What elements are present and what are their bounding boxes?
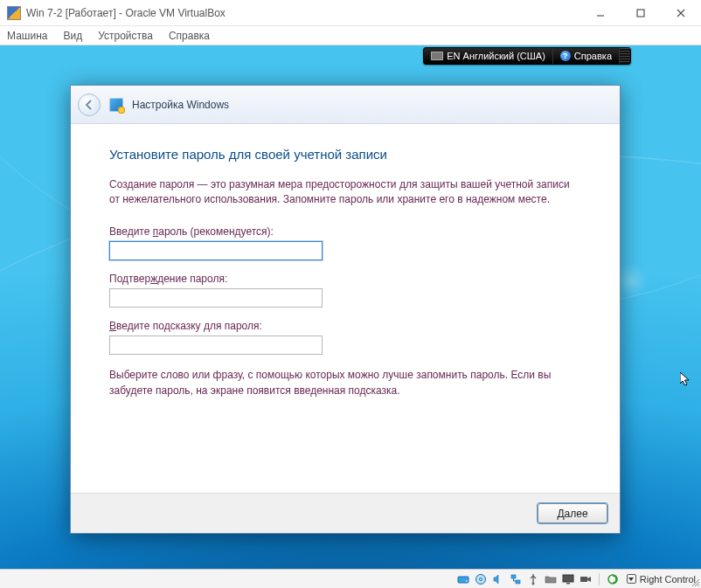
- svg-rect-13: [580, 577, 587, 582]
- page-title: Установите пароль для своей учетной запи…: [109, 147, 581, 162]
- next-button[interactable]: Далее: [538, 503, 607, 523]
- password-hint-label: Введите подсказку для пароля:: [109, 320, 581, 332]
- wizard-header-title: Настройка Windows: [132, 99, 229, 111]
- cursor-icon: [680, 372, 691, 388]
- maximize-button[interactable]: [621, 0, 661, 26]
- window-title: Win 7-2 [Работает] - Oracle VM VirtualBo…: [26, 7, 580, 19]
- menu-machine[interactable]: Машина: [7, 30, 47, 42]
- svg-rect-11: [563, 575, 573, 582]
- svg-rect-1: [637, 10, 644, 17]
- virtualbox-titlebar: Win 7-2 [Работает] - Oracle VM VirtualBo…: [0, 0, 701, 26]
- setup-topbar[interactable]: EN Английский (США) ? Справка: [423, 47, 631, 65]
- back-button[interactable]: [78, 93, 101, 116]
- resize-grip[interactable]: [691, 578, 699, 586]
- shared-folders-icon[interactable]: [544, 572, 558, 586]
- menu-help[interactable]: Справка: [169, 30, 210, 42]
- network-icon[interactable]: [509, 572, 523, 586]
- virtualbox-statusbar: Right Control: [0, 569, 701, 588]
- language-selector[interactable]: EN Английский (США): [424, 48, 553, 64]
- svg-rect-9: [516, 580, 520, 584]
- audio-icon[interactable]: [491, 572, 505, 586]
- guest-desktop: EN Английский (США) ? Справка Настройка …: [0, 45, 701, 569]
- confirm-password-input[interactable]: [109, 288, 323, 308]
- password-label: Введите пароль (рекомендуется):: [109, 225, 581, 238]
- language-label: EN Английский (США): [447, 51, 545, 61]
- setup-windows-icon: [109, 98, 123, 112]
- minimize-button[interactable]: [580, 0, 621, 26]
- optical-disk-icon[interactable]: [474, 572, 488, 586]
- topbar-grip[interactable]: [620, 48, 630, 64]
- setup-wizard-window: Настройка Windows Установите пароль для …: [70, 85, 621, 534]
- keyboard-icon: [431, 52, 443, 60]
- password-input[interactable]: [109, 241, 323, 260]
- virtualbox-menubar: Машина Вид Устройства Справка: [0, 26, 701, 45]
- close-button[interactable]: [661, 0, 701, 26]
- statusbar-separator: [599, 573, 600, 585]
- svg-rect-8: [511, 575, 516, 578]
- recording-icon[interactable]: [579, 572, 593, 586]
- wizard-footer: Далее: [71, 493, 620, 533]
- wizard-body: Установите пароль для своей учетной запи…: [71, 124, 620, 493]
- menu-devices[interactable]: Устройства: [98, 30, 153, 42]
- svg-point-7: [479, 578, 482, 580]
- svg-rect-12: [566, 583, 570, 585]
- usb-icon[interactable]: [526, 572, 540, 586]
- hard-disk-icon[interactable]: [456, 572, 470, 586]
- virtualbox-icon: [7, 6, 21, 20]
- svg-point-10: [531, 582, 534, 585]
- help-label: Справка: [574, 51, 612, 61]
- guest-additions-icon[interactable]: [606, 572, 620, 586]
- help-icon: ?: [560, 51, 571, 61]
- confirm-password-label: Подтверждение пароля:: [109, 273, 581, 285]
- menu-view[interactable]: Вид: [63, 30, 82, 42]
- page-description: Создание пароля — это разумная мера пред…: [109, 177, 581, 208]
- svg-point-5: [466, 580, 468, 582]
- host-key-label: Right Control: [640, 574, 696, 585]
- display-icon[interactable]: [561, 572, 575, 586]
- help-button[interactable]: ? Справка: [553, 48, 620, 64]
- wizard-header: Настройка Windows: [71, 86, 620, 124]
- host-key-indicator[interactable]: Right Control: [623, 574, 696, 585]
- host-key-icon: [627, 574, 636, 584]
- hint-description: Выберите слово или фразу, с помощью кото…: [109, 367, 581, 398]
- password-hint-input[interactable]: [109, 336, 323, 355]
